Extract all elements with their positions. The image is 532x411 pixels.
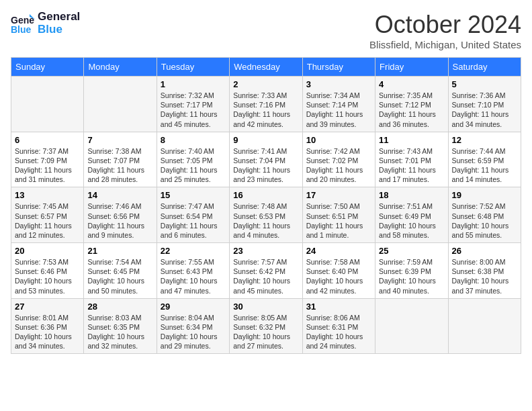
title-block: October 2024 Blissfield, Michigan, Unite… [369, 11, 521, 50]
day-info: Sunrise: 7:32 AMSunset: 7:17 PMDaylight:… [161, 91, 226, 129]
calendar-cell: 1Sunrise: 7:32 AMSunset: 7:17 PMDaylight… [157, 77, 229, 132]
day-info: Sunrise: 7:34 AMSunset: 7:14 PMDaylight:… [306, 91, 371, 129]
day-info: Sunrise: 8:01 AMSunset: 6:36 PMDaylight:… [15, 313, 80, 351]
calendar-cell: 20Sunrise: 7:53 AMSunset: 6:46 PMDayligh… [11, 243, 84, 299]
weekday-header-monday: Monday [84, 58, 157, 77]
day-number: 29 [161, 302, 226, 312]
calendar-cell: 7Sunrise: 7:38 AMSunset: 7:07 PMDaylight… [84, 132, 157, 187]
calendar-cell: 25Sunrise: 7:59 AMSunset: 6:39 PMDayligh… [375, 243, 448, 299]
day-info: Sunrise: 8:00 AMSunset: 6:38 PMDaylight:… [452, 257, 517, 295]
location: Blissfield, Michigan, United States [369, 39, 521, 50]
calendar-cell: 18Sunrise: 7:51 AMSunset: 6:49 PMDayligh… [375, 187, 448, 243]
calendar-cell: 3Sunrise: 7:34 AMSunset: 7:14 PMDaylight… [302, 77, 375, 132]
weekday-header-friday: Friday [375, 58, 448, 77]
calendar-cell: 8Sunrise: 7:40 AMSunset: 7:05 PMDaylight… [157, 132, 229, 187]
day-info: Sunrise: 7:44 AMSunset: 6:59 PMDaylight:… [452, 146, 517, 185]
calendar-cell: 23Sunrise: 7:57 AMSunset: 6:42 PMDayligh… [230, 243, 302, 299]
day-number: 16 [233, 190, 298, 200]
day-info: Sunrise: 7:53 AMSunset: 6:46 PMDaylight:… [15, 257, 80, 295]
weekday-header-thursday: Thursday [302, 58, 375, 77]
day-info: Sunrise: 7:58 AMSunset: 6:40 PMDaylight:… [306, 257, 371, 295]
logo-icon: General Blue [11, 11, 35, 36]
day-number: 21 [87, 246, 152, 256]
day-info: Sunrise: 7:40 AMSunset: 7:05 PMDaylight:… [161, 146, 226, 185]
logo: General Blue General Blue [11, 11, 80, 36]
day-number: 22 [161, 246, 226, 256]
day-info: Sunrise: 7:55 AMSunset: 6:43 PMDaylight:… [161, 257, 226, 295]
day-info: Sunrise: 7:48 AMSunset: 6:53 PMDaylight:… [233, 201, 298, 240]
calendar-cell: 5Sunrise: 7:36 AMSunset: 7:10 PMDaylight… [448, 77, 521, 132]
svg-text:Blue: Blue [11, 24, 32, 35]
calendar-cell: 19Sunrise: 7:52 AMSunset: 6:48 PMDayligh… [448, 187, 521, 243]
day-number: 6 [15, 135, 80, 145]
day-info: Sunrise: 8:03 AMSunset: 6:35 PMDaylight:… [87, 313, 152, 351]
day-number: 5 [452, 79, 517, 89]
calendar-cell: 15Sunrise: 7:47 AMSunset: 6:54 PMDayligh… [157, 187, 229, 243]
weekday-header-saturday: Saturday [448, 58, 521, 77]
day-info: Sunrise: 7:41 AMSunset: 7:04 PMDaylight:… [233, 146, 298, 185]
week-row-2: 6Sunrise: 7:37 AMSunset: 7:09 PMDaylight… [11, 132, 521, 187]
day-info: Sunrise: 7:43 AMSunset: 7:01 PMDaylight:… [379, 146, 444, 185]
week-row-1: 1Sunrise: 7:32 AMSunset: 7:17 PMDaylight… [11, 77, 521, 132]
day-number: 12 [452, 135, 517, 145]
logo-line2: Blue [38, 24, 80, 36]
day-number: 4 [379, 79, 444, 89]
page-header: General Blue General Blue October 2024 B… [11, 11, 521, 50]
week-row-3: 13Sunrise: 7:45 AMSunset: 6:57 PMDayligh… [11, 187, 521, 243]
day-info: Sunrise: 7:51 AMSunset: 6:49 PMDaylight:… [379, 201, 444, 240]
calendar-cell: 28Sunrise: 8:03 AMSunset: 6:35 PMDayligh… [84, 298, 157, 354]
day-number: 10 [306, 135, 371, 145]
day-info: Sunrise: 7:47 AMSunset: 6:54 PMDaylight:… [161, 201, 226, 240]
day-info: Sunrise: 8:05 AMSunset: 6:32 PMDaylight:… [233, 313, 298, 351]
day-number: 24 [306, 246, 371, 256]
day-info: Sunrise: 7:38 AMSunset: 7:07 PMDaylight:… [87, 146, 152, 185]
weekday-header-sunday: Sunday [11, 58, 84, 77]
day-number: 17 [306, 190, 371, 200]
day-number: 27 [15, 302, 80, 312]
calendar-cell [11, 77, 84, 132]
calendar-cell [84, 77, 157, 132]
calendar-cell: 12Sunrise: 7:44 AMSunset: 6:59 PMDayligh… [448, 132, 521, 187]
day-number: 13 [15, 190, 80, 200]
day-number: 23 [233, 246, 298, 256]
day-number: 28 [87, 302, 152, 312]
day-info: Sunrise: 7:57 AMSunset: 6:42 PMDaylight:… [233, 257, 298, 295]
day-number: 18 [379, 190, 444, 200]
calendar-cell: 4Sunrise: 7:35 AMSunset: 7:12 PMDaylight… [375, 77, 448, 132]
day-number: 25 [379, 246, 444, 256]
calendar-cell: 24Sunrise: 7:58 AMSunset: 6:40 PMDayligh… [302, 243, 375, 299]
day-info: Sunrise: 7:54 AMSunset: 6:45 PMDaylight:… [87, 257, 152, 295]
weekday-header-row: SundayMondayTuesdayWednesdayThursdayFrid… [11, 58, 521, 77]
day-info: Sunrise: 7:52 AMSunset: 6:48 PMDaylight:… [452, 201, 517, 240]
day-info: Sunrise: 7:37 AMSunset: 7:09 PMDaylight:… [15, 146, 80, 185]
day-number: 9 [233, 135, 298, 145]
calendar-cell: 11Sunrise: 7:43 AMSunset: 7:01 PMDayligh… [375, 132, 448, 187]
calendar-cell: 26Sunrise: 8:00 AMSunset: 6:38 PMDayligh… [448, 243, 521, 299]
calendar-cell: 2Sunrise: 7:33 AMSunset: 7:16 PMDaylight… [230, 77, 302, 132]
calendar-cell: 27Sunrise: 8:01 AMSunset: 6:36 PMDayligh… [11, 298, 84, 354]
day-info: Sunrise: 7:33 AMSunset: 7:16 PMDaylight:… [233, 91, 298, 129]
calendar-cell: 14Sunrise: 7:46 AMSunset: 6:56 PMDayligh… [84, 187, 157, 243]
week-row-4: 20Sunrise: 7:53 AMSunset: 6:46 PMDayligh… [11, 243, 521, 299]
day-number: 20 [15, 246, 80, 256]
calendar-cell: 6Sunrise: 7:37 AMSunset: 7:09 PMDaylight… [11, 132, 84, 187]
day-info: Sunrise: 7:36 AMSunset: 7:10 PMDaylight:… [452, 91, 517, 129]
day-number: 11 [379, 135, 444, 145]
day-info: Sunrise: 7:46 AMSunset: 6:56 PMDaylight:… [87, 201, 152, 240]
day-number: 7 [87, 135, 152, 145]
day-number: 8 [161, 135, 226, 145]
calendar-cell: 10Sunrise: 7:42 AMSunset: 7:02 PMDayligh… [302, 132, 375, 187]
calendar-cell: 16Sunrise: 7:48 AMSunset: 6:53 PMDayligh… [230, 187, 302, 243]
calendar-cell: 17Sunrise: 7:50 AMSunset: 6:51 PMDayligh… [302, 187, 375, 243]
day-number: 1 [161, 79, 226, 89]
calendar-cell: 22Sunrise: 7:55 AMSunset: 6:43 PMDayligh… [157, 243, 229, 299]
calendar-cell: 13Sunrise: 7:45 AMSunset: 6:57 PMDayligh… [11, 187, 84, 243]
day-info: Sunrise: 8:04 AMSunset: 6:34 PMDaylight:… [161, 313, 226, 351]
day-number: 19 [452, 190, 517, 200]
logo-line1: General [38, 11, 80, 24]
day-number: 2 [233, 79, 298, 89]
day-info: Sunrise: 8:06 AMSunset: 6:31 PMDaylight:… [306, 313, 371, 351]
day-info: Sunrise: 7:50 AMSunset: 6:51 PMDaylight:… [306, 201, 371, 240]
day-number: 26 [452, 246, 517, 256]
calendar-cell: 9Sunrise: 7:41 AMSunset: 7:04 PMDaylight… [230, 132, 302, 187]
